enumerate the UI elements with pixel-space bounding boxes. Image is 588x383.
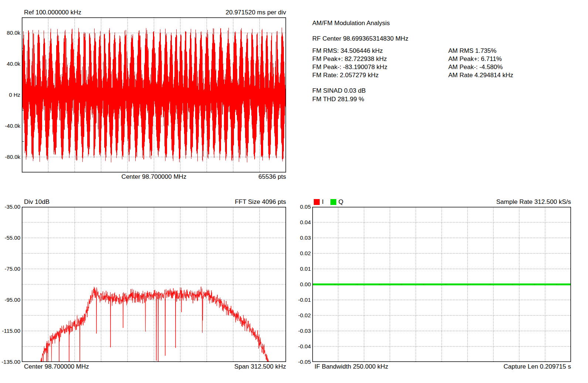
iq-header: I Q Sample Rate 312.500 kS/s <box>312 198 571 206</box>
am-peak-neg-readout: AM Peak-: -4.580% <box>448 63 513 71</box>
iq-y-tick: 0.03 <box>300 235 311 241</box>
fm-scope-header: Ref 100.000000 kHz 20.971520 ms per div <box>22 9 286 16</box>
fm-thd-readout: FM THD 281.99 % <box>312 95 364 103</box>
iq-y-tick: -0.05 <box>298 359 311 365</box>
iq-y-tick: 0.00 <box>300 281 311 288</box>
legend-i-swatch <box>314 199 320 205</box>
fm-y-axis-ticks: 80.0k40.0k0 Hz-40.0k-80.0k <box>0 17 20 172</box>
fm-stats-column: FM RMS: 34.506446 kHz FM Peak+: 82.72293… <box>312 47 387 79</box>
legend-i-label: I <box>322 198 324 206</box>
legend-q-label: Q <box>339 198 343 206</box>
iq-footer: IF Bandwidth 250.000 kHz Capture Len 0.2… <box>312 363 571 370</box>
iq-capture-len-label: Capture Len 0.209715 s <box>504 363 571 370</box>
spectrum-center-label: Center 98.700000 MHz <box>24 363 89 370</box>
spectrum-y-tick: -115.00 <box>2 328 20 334</box>
iq-y-tick: 0.05 <box>300 204 311 210</box>
am-peak-pos-readout: AM Peak+: 6.711% <box>448 55 513 63</box>
modulation-analyzer-window: { "app": { "background": "#ffffff", "tra… <box>0 0 588 383</box>
spectrum-y-tick: -95.00 <box>4 297 20 303</box>
iq-y-tick: -0.02 <box>298 312 311 319</box>
analysis-title: AM/FM Modulation Analysis <box>312 19 390 27</box>
fm-y-tick: -80.0k <box>5 154 20 160</box>
iq-plot[interactable] <box>312 207 571 362</box>
spectrum-div-label: Div 10dB <box>24 198 50 206</box>
fm-sinad-readout: FM SINAD 0.03 dB <box>312 87 366 95</box>
iq-y-tick: -0.01 <box>298 297 311 303</box>
iq-y-tick: -0.03 <box>298 328 311 334</box>
fm-rms-readout: FM RMS: 34.506446 kHz <box>312 47 387 55</box>
am-rms-readout: AM RMS 1.735% <box>448 47 513 55</box>
iq-y-tick: 0.04 <box>300 219 311 226</box>
fm-per-div-label: 20.971520 ms per div <box>226 9 286 16</box>
rf-center-readout: RF Center 98.699365314830 MHz <box>312 35 408 43</box>
spectrum-y-axis-ticks: -35.00-55.00-75.00-95.00-115.00-135.00 <box>0 207 20 362</box>
fm-peak-neg-readout: FM Peak-: -83.190078 kHz <box>312 63 387 71</box>
spectrum-footer: Center 98.700000 MHz Span 312.500 kHz <box>22 363 286 370</box>
fm-scope-footer: Center 98.700000 MHz 65536 pts <box>22 173 286 181</box>
am-stats-column: AM RMS 1.735% AM Peak+: 6.711% AM Peak-:… <box>448 47 513 79</box>
spectrum-span-label: Span 312.500 kHz <box>234 363 286 370</box>
spectrum-y-tick: -35.00 <box>4 204 20 210</box>
fm-center-label: Center 98.700000 MHz <box>22 173 286 181</box>
iq-y-tick: -0.04 <box>298 343 311 350</box>
fm-y-tick: -40.0k <box>5 123 20 129</box>
legend-q-swatch <box>330 199 336 205</box>
fm-y-tick: 80.0k <box>7 30 20 36</box>
fm-points-label: 65536 pts <box>258 173 286 181</box>
iq-y-tick: 0.02 <box>300 250 311 257</box>
iq-y-tick: 0.01 <box>300 266 311 272</box>
am-rate-readout: AM Rate 4.294814 kHz <box>448 71 513 79</box>
spectrum-y-tick: -135.00 <box>1 359 20 365</box>
fm-ref-label: Ref 100.000000 kHz <box>24 9 81 16</box>
iq-if-bandwidth-label: IF Bandwidth 250.000 kHz <box>315 363 388 370</box>
fm-y-tick: 40.0k <box>7 61 20 67</box>
iq-y-axis-ticks: 0.050.040.030.020.010.00-0.01-0.02-0.03-… <box>285 207 311 362</box>
spectrum-fft-size-label: FFT Size 4096 pts <box>235 198 286 206</box>
fm-peak-pos-readout: FM Peak+: 82.722938 kHz <box>312 55 387 63</box>
fm-rate-readout: FM Rate: 2.057279 kHz <box>312 71 387 79</box>
spectrum-y-tick: -55.00 <box>4 235 20 241</box>
fm-y-tick: 0 Hz <box>9 92 20 98</box>
spectrum-header: Div 10dB FFT Size 4096 pts <box>22 198 286 206</box>
fm-demod-plot[interactable] <box>22 17 286 172</box>
spectrum-plot[interactable] <box>22 207 286 362</box>
spectrum-y-tick: -75.00 <box>4 266 20 272</box>
iq-sample-rate-label: Sample Rate 312.500 kS/s <box>496 198 571 206</box>
iq-legend: I Q <box>314 198 343 206</box>
